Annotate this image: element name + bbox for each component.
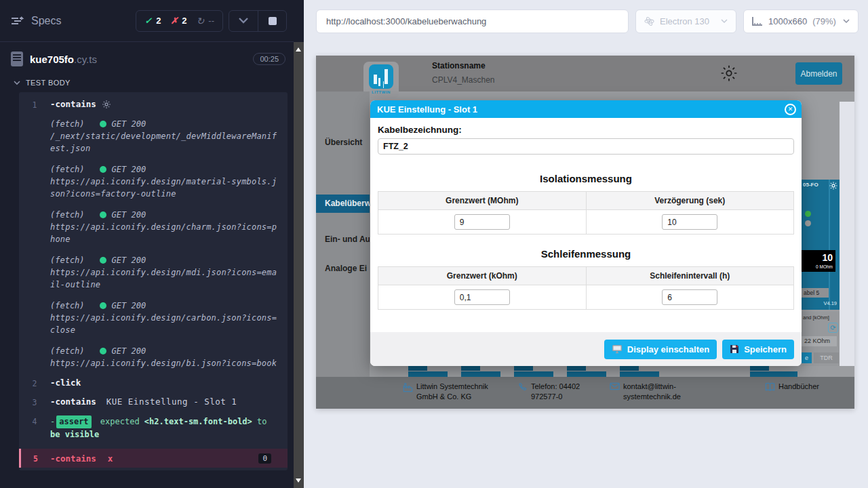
- specs-label: Specs: [31, 15, 61, 27]
- fetch-tag: (fetch): [50, 118, 85, 130]
- logout-button[interactable]: Abmelden: [795, 62, 842, 85]
- test-body-toggle[interactable]: TEST BODY: [0, 73, 294, 91]
- assert-mid: to: [257, 417, 267, 426]
- card-stub: [514, 366, 553, 377]
- firmware-version: V4.19: [823, 300, 837, 306]
- stat-pending: ↻ --: [197, 16, 214, 26]
- status-dot: [100, 302, 106, 309]
- card-gear-icon[interactable]: [829, 182, 837, 190]
- chevron-down-icon: [721, 19, 728, 24]
- fetch-url: https://api.iconify.design/material-symb…: [50, 176, 278, 200]
- resistance-panel: and [kOhm] ⟳ 22 KOhm e TDR: [802, 312, 840, 366]
- resistance-label-fragment: and [kOhm]: [802, 312, 840, 321]
- browser-label: Electron 130: [660, 16, 709, 26]
- isolation-delay-input[interactable]: [662, 214, 717, 230]
- status-dot: [100, 121, 106, 127]
- command-name: -contains: [50, 99, 96, 109]
- fail-count-badge: 0: [258, 453, 271, 464]
- card-stub: [461, 366, 500, 377]
- specs-menu[interactable]: Specs: [11, 15, 61, 27]
- display-on-button[interactable]: Display einschalten: [604, 340, 717, 359]
- collapse-button[interactable]: [229, 11, 258, 31]
- stat-failed: ✗ 2: [170, 16, 186, 26]
- loop-interval-input[interactable]: [662, 289, 717, 305]
- fetch-status: GET 200: [112, 209, 146, 221]
- scroll-down-arrow-icon[interactable]: [296, 479, 301, 483]
- fetch-log[interactable]: (fetch)GET 200 https://api.iconify.desig…: [50, 163, 278, 200]
- test-body-label: TEST BODY: [26, 79, 71, 87]
- spec-row[interactable]: kue705fo.cy.ts 00:25: [0, 42, 294, 73]
- loop-limit-input[interactable]: [454, 289, 510, 305]
- scroll-up-arrow-icon[interactable]: [296, 47, 301, 52]
- command-row-failed[interactable]: 5 -contains x 0: [19, 449, 288, 468]
- save-button[interactable]: Speichern: [722, 340, 794, 359]
- command-row[interactable]: 3 -contains KUE Einstellung - Slot 1: [19, 396, 288, 407]
- nav-item-kabelueberwachung[interactable]: Kabelüberw: [316, 195, 370, 213]
- command-row[interactable]: 2 -click: [19, 378, 288, 388]
- fetch-status: GET 200: [112, 300, 146, 312]
- command-row[interactable]: 1 -contains (fetch)GET 200 /_next/static…: [19, 99, 288, 369]
- status-led-gray: [805, 220, 811, 226]
- fetch-tag: (fetch): [50, 163, 85, 176]
- command-name: -click: [50, 378, 81, 388]
- assert-tail: be visible: [50, 430, 99, 439]
- fetch-status: GET 200: [112, 254, 146, 266]
- modal-header: KUE Einstellung - Slot 1 ✕: [370, 100, 802, 118]
- page: Specs ✓ 2 ✗ 2 ↻ --: [0, 0, 868, 488]
- close-icon[interactable]: ✕: [785, 104, 796, 115]
- cable-name-input[interactable]: [378, 138, 794, 155]
- fetch-log[interactable]: (fetch)GET 200 https://api.iconify.desig…: [50, 254, 278, 291]
- assert-pre: expected: [100, 417, 140, 426]
- email-text: kontakt@littwin-systemtechnik.de: [623, 382, 694, 402]
- settings-gear-icon[interactable]: [720, 64, 738, 82]
- test-stats[interactable]: ✓ 2 ✗ 2 ↻ --: [136, 10, 223, 32]
- browser-select[interactable]: Electron 130: [635, 9, 736, 33]
- loop-limit-header: Grenzwert (kOhm): [378, 267, 587, 285]
- app-under-test: Stationsname CPLV4_Maschen Abmelden LITT…: [316, 56, 854, 409]
- spec-file-icon: [11, 52, 23, 66]
- assert-message: -assert expected <h2.text-sm.font-bold> …: [50, 415, 278, 441]
- stop-button[interactable]: [258, 11, 286, 31]
- step-number: 3: [19, 396, 50, 407]
- phone-text: Telefon: 04402 972577-0: [531, 382, 603, 402]
- measurement-display: 10 0 MOhm: [802, 250, 835, 272]
- fetch-log[interactable]: (fetch)GET 200 https://api.iconify.desig…: [50, 300, 278, 336]
- card-stub: [408, 366, 448, 377]
- cable-name-label: Kabelbezeichnung:: [378, 125, 794, 135]
- fetch-tag: (fetch): [50, 345, 85, 357]
- chevron-down-icon: [14, 81, 20, 85]
- assert-badge: assert: [56, 415, 91, 428]
- runner-header: Specs ✓ 2 ✗ 2 ↻ --: [0, 0, 294, 42]
- fetch-tag: (fetch): [50, 254, 85, 266]
- monitor-icon: [612, 344, 623, 354]
- viewport-select[interactable]: 1000x660 (79%): [743, 9, 859, 33]
- footer-manuals[interactable]: Handbücher: [765, 382, 846, 392]
- device-title-fragment: 05-FO: [803, 182, 818, 188]
- app-sidebar-nav: Übersicht Kabelüberw Ein- und Au Analoge…: [316, 92, 370, 377]
- fetch-log[interactable]: (fetch)GET 200 https://api.iconify.desig…: [50, 209, 278, 245]
- fetch-log[interactable]: (fetch)GET 200 https://api.iconify.desig…: [50, 345, 278, 369]
- stat-passed: ✓ 2: [144, 16, 161, 26]
- footer-company: Littwin Systemtechnik GmbH & Co. KG: [403, 382, 494, 402]
- isolation-delay-header: Verzögerung (sek): [586, 192, 794, 210]
- fail-mark: x: [108, 453, 113, 464]
- gear-icon: [102, 100, 111, 108]
- fetch-log[interactable]: (fetch)GET 200 /_next/static/development…: [50, 118, 278, 155]
- nav-item-ein-ausgaenge[interactable]: Ein- und Au: [316, 230, 370, 249]
- display-on-label: Display einschalten: [627, 344, 709, 354]
- sidebar-scrollbar[interactable]: [294, 0, 304, 488]
- isolation-limit-input[interactable]: [454, 214, 510, 230]
- nav-item-uebersicht[interactable]: Übersicht: [316, 134, 370, 152]
- fetch-url: https://api.iconify.design/bi.json?icons…: [50, 357, 278, 369]
- url-input[interactable]: [316, 9, 629, 33]
- card-stub: [567, 366, 606, 377]
- station-info: Stationsname CPLV4_Maschen: [432, 61, 495, 85]
- tdr-button[interactable]: TDR: [814, 352, 839, 363]
- card-button-fragment[interactable]: e: [802, 352, 812, 363]
- command-row[interactable]: 4 -assert expected <h2.text-sm.font-bold…: [19, 415, 288, 441]
- command-name: -contains: [50, 396, 96, 407]
- refresh-icon[interactable]: ⟳: [828, 323, 838, 333]
- kue-settings-modal: KUE Einstellung - Slot 1 ✕ Kabelbezeichn…: [370, 100, 802, 366]
- check-icon: ✓: [144, 16, 152, 26]
- nav-item-analoge-eingaenge[interactable]: Analoge Ei: [316, 260, 370, 278]
